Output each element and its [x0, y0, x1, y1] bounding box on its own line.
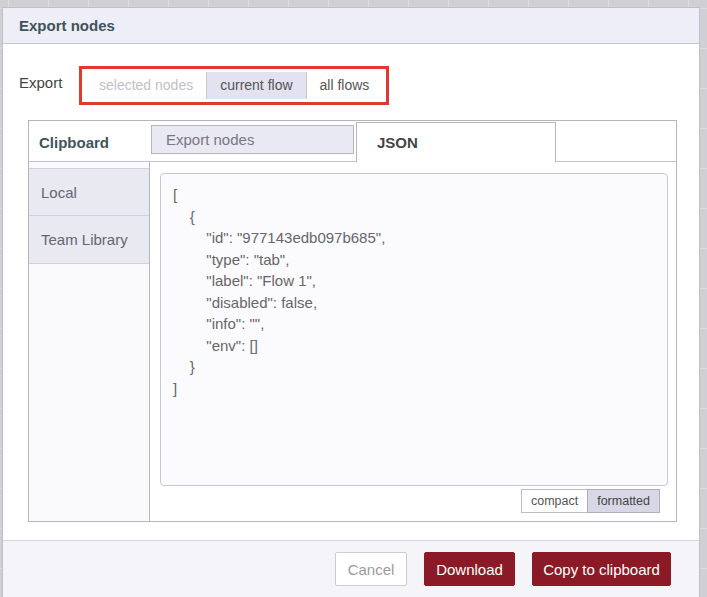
compact-button[interactable]: compact	[521, 489, 587, 513]
dialog-header: Export nodes	[3, 8, 699, 44]
dialog-title: Export nodes	[19, 8, 115, 44]
download-button[interactable]: Download	[424, 552, 515, 586]
library-sidebar: Local Team Library	[29, 162, 150, 521]
export-nodes-dialog: Export nodes Export selected nodes curre…	[2, 7, 700, 597]
node-red-workspace-background: Export nodes Export selected nodes curre…	[0, 0, 707, 597]
tab-json[interactable]: JSON	[356, 122, 556, 162]
copy-to-clipboard-button[interactable]: Copy to clipboard	[532, 552, 671, 586]
dialog-footer: Cancel Download Copy to clipboard	[3, 540, 699, 597]
sidebar-item-local[interactable]: Local	[29, 168, 149, 216]
json-format-button-group: compact formatted	[521, 489, 660, 513]
selected-nodes-button[interactable]: selected nodes	[86, 72, 207, 99]
sidebar-item-team-library[interactable]: Team Library	[29, 216, 149, 264]
annotation-highlight-box: selected nodes current flow all flows	[79, 66, 389, 105]
formatted-button[interactable]: formatted	[587, 489, 660, 513]
export-json-textarea[interactable]: [ { "id": "977143edb097b685", "type": "t…	[160, 173, 668, 486]
tab-export-nodes[interactable]: Export nodes	[151, 125, 354, 154]
cancel-button[interactable]: Cancel	[335, 552, 407, 586]
export-scope-label: Export	[19, 74, 62, 91]
current-flow-button[interactable]: current flow	[207, 72, 306, 99]
export-scope-button-group: selected nodes current flow all flows	[86, 72, 382, 99]
export-library-panel: Clipboard Export nodes JSON Local Team L…	[28, 120, 677, 522]
all-flows-button[interactable]: all flows	[307, 72, 383, 99]
clipboard-label: Clipboard	[39, 134, 109, 151]
